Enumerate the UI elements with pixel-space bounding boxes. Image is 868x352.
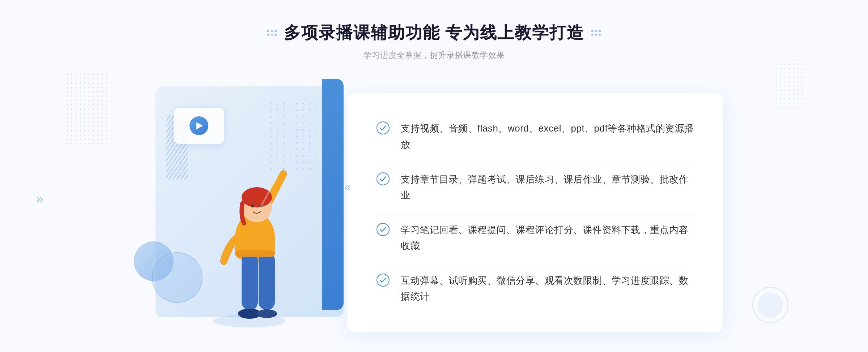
human-figure [188, 144, 311, 332]
svg-point-4 [242, 187, 272, 207]
title-dots-left [267, 30, 277, 36]
title-dots-right [591, 30, 601, 36]
svg-point-14 [377, 223, 389, 236]
main-content: « [145, 79, 723, 332]
check-icon-4 [376, 273, 390, 287]
check-icon-3 [376, 223, 390, 236]
svg-point-15 [377, 274, 389, 286]
video-bubble [174, 108, 224, 144]
feature-text-4: 互动弹幕、试听购买、微信分享、观看次数限制、学习进度跟踪、数据统计 [401, 272, 694, 304]
feature-item-1: 支持视频、音频、flash、word、excel、ppt、pdf等各种格式的资源… [376, 113, 694, 159]
bg-dots-right [774, 58, 803, 108]
feature-text-1: 支持视频、音频、flash、word、excel、ppt、pdf等各种格式的资源… [401, 120, 694, 152]
check-icon-2 [376, 172, 390, 186]
play-icon [196, 122, 203, 129]
feature-text-2: 支持章节目录、弹题考试、课后练习、课后作业、章节测验、批改作业 [401, 171, 694, 203]
feature-text-3: 学习笔记回看、课程提问、课程评论打分、课件资料下载，重点内容收藏 [401, 222, 694, 254]
feature-item-2: 支持章节目录、弹题考试、课后练习、课后作业、章节测验、批改作业 [376, 164, 694, 210]
svg-point-12 [377, 122, 389, 134]
blue-sidebar [322, 79, 344, 310]
svg-point-5 [251, 205, 254, 207]
svg-point-10 [257, 309, 277, 318]
header-section: 多项录播课辅助功能 专为线上教学打造 学习进度全掌握，提升录播课教学效果 [267, 22, 601, 61]
svg-rect-8 [259, 252, 275, 310]
left-arrows-decoration: « [344, 180, 351, 193]
svg-rect-7 [242, 252, 258, 310]
check-icon-1 [376, 121, 390, 135]
features-panel: 支持视频、音频、flash、word、excel、ppt、pdf等各种格式的资源… [347, 93, 723, 332]
page-subtitle: 学习进度全掌握，提升录播课教学效果 [267, 50, 601, 61]
deco-circle-outer [752, 287, 788, 323]
svg-point-13 [377, 173, 389, 185]
arrow-left-decoration: » [36, 192, 43, 207]
page-title: 多项录播课辅助功能 专为线上教学打造 [284, 22, 584, 44]
svg-rect-11 [235, 250, 275, 257]
play-button[interactable] [190, 116, 208, 135]
feature-item-4: 互动弹幕、试听购买、微信分享、观看次数限制、学习进度跟踪、数据统计 [376, 265, 694, 312]
feature-item-3: 学习笔记回看、课程提问、课程评论打分、课件资料下载，重点内容收藏 [376, 214, 694, 261]
page-container: » 多项录播课辅助功能 专为线上教学打造 学习进度全掌握，提升录播课教学效果 [0, 0, 868, 352]
illustration-container: « [145, 79, 354, 332]
title-wrapper: 多项录播课辅助功能 专为线上教学打造 [267, 22, 601, 44]
bg-dots-left [65, 72, 109, 145]
deco-circle-inner [758, 292, 783, 318]
deco-right-circles [752, 287, 788, 323]
